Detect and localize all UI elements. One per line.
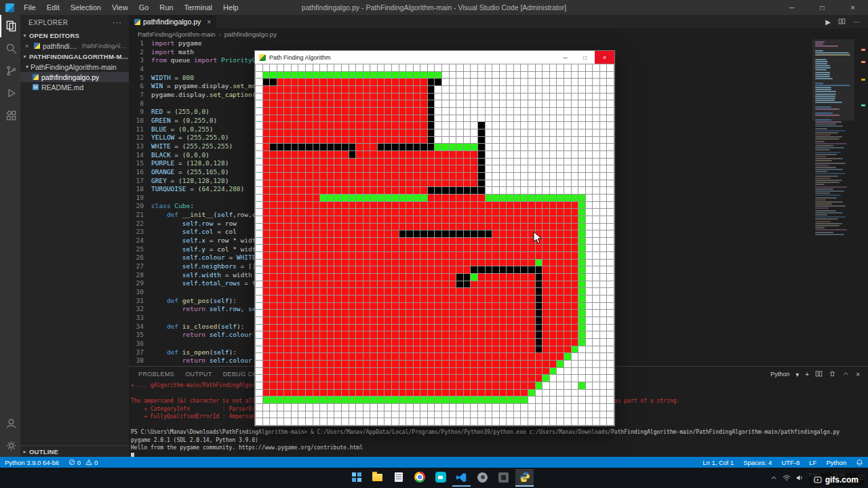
grid-cell[interactable] — [456, 245, 463, 251]
grid-cell[interactable] — [256, 94, 262, 100]
grid-cell[interactable] — [536, 331, 542, 338]
grid-cell[interactable] — [600, 209, 607, 216]
grid-cell[interactable] — [334, 346, 341, 353]
grid-cell[interactable] — [578, 165, 585, 172]
grid-cell[interactable] — [557, 79, 564, 85]
grid-cell[interactable] — [557, 151, 564, 158]
grid-cell[interactable] — [406, 151, 413, 158]
grid-cell[interactable] — [507, 266, 513, 273]
grid-cell[interactable] — [349, 129, 356, 136]
grid-cell[interactable] — [384, 260, 391, 266]
grid-cell[interactable] — [500, 151, 507, 158]
grid-cell[interactable] — [586, 216, 593, 223]
grid-cell[interactable] — [500, 396, 507, 403]
grid-cell[interactable] — [586, 173, 593, 180]
grid-cell[interactable] — [557, 245, 564, 251]
grid-cell[interactable] — [572, 310, 578, 317]
grid-cell[interactable] — [578, 224, 585, 230]
grid-cell[interactable] — [277, 187, 284, 194]
grid-cell[interactable] — [607, 396, 614, 403]
grid-cell[interactable] — [428, 238, 435, 245]
grid-cell[interactable] — [349, 230, 356, 237]
grid-cell[interactable] — [600, 202, 607, 209]
grid-cell[interactable] — [507, 310, 513, 317]
grid-cell[interactable] — [356, 187, 363, 194]
grid-cell[interactable] — [270, 137, 277, 144]
grid-cell[interactable] — [263, 260, 270, 266]
grid-cell[interactable] — [298, 216, 305, 223]
taskbar-app-dark[interactable] — [494, 469, 513, 487]
grid-cell[interactable] — [586, 64, 593, 71]
grid-cell[interactable] — [450, 151, 456, 158]
grid-cell[interactable] — [370, 346, 377, 353]
grid-cell[interactable] — [414, 122, 420, 129]
grid-cell[interactable] — [564, 137, 571, 144]
grid-cell[interactable] — [334, 94, 341, 100]
grid-cell[interactable] — [542, 137, 549, 144]
grid-cell[interactable] — [456, 325, 463, 331]
grid-cell[interactable] — [536, 396, 542, 403]
grid-cell[interactable] — [349, 368, 356, 375]
grid-cell[interactable] — [392, 418, 399, 425]
grid-cell[interactable] — [607, 281, 614, 288]
grid-cell[interactable] — [277, 361, 284, 367]
grid-cell[interactable] — [564, 325, 571, 331]
grid-cell[interactable] — [564, 202, 571, 209]
grid-cell[interactable] — [514, 64, 521, 71]
grid-cell[interactable] — [600, 375, 607, 382]
grid-cell[interactable] — [428, 209, 435, 216]
grid-cell[interactable] — [586, 390, 593, 396]
grid-cell[interactable] — [298, 404, 305, 411]
grid-cell[interactable] — [521, 404, 528, 411]
grid-cell[interactable] — [384, 173, 391, 180]
grid-cell[interactable] — [435, 288, 441, 295]
grid-cell[interactable] — [492, 230, 499, 237]
grid-cell[interactable] — [349, 159, 356, 165]
grid-cell[interactable] — [521, 245, 528, 251]
grid-cell[interactable] — [564, 144, 571, 150]
grid-cell[interactable] — [306, 274, 313, 281]
grid-cell[interactable] — [378, 230, 384, 237]
grid-cell[interactable] — [256, 122, 262, 129]
grid-cell[interactable] — [277, 137, 284, 144]
grid-cell[interactable] — [320, 94, 327, 100]
grid-cell[interactable] — [414, 115, 420, 122]
grid-cell[interactable] — [406, 382, 413, 389]
grid-cell[interactable] — [263, 165, 270, 172]
grid-cell[interactable] — [428, 303, 435, 310]
grid-cell[interactable] — [384, 230, 391, 237]
grid-cell[interactable] — [586, 303, 593, 310]
grid-cell[interactable] — [536, 202, 542, 209]
grid-cell[interactable] — [306, 375, 313, 382]
grid-cell[interactable] — [471, 390, 477, 396]
grid-cell[interactable] — [420, 274, 427, 281]
grid-cell[interactable] — [414, 281, 420, 288]
grid-cell[interactable] — [406, 310, 413, 317]
grid-cell[interactable] — [564, 368, 571, 375]
grid-cell[interactable] — [420, 404, 427, 411]
grid-cell[interactable] — [450, 260, 456, 266]
grid-cell[interactable] — [306, 281, 313, 288]
grid-cell[interactable] — [593, 296, 599, 302]
grid-cell[interactable] — [263, 411, 270, 418]
grid-cell[interactable] — [384, 390, 391, 396]
grid-cell[interactable] — [557, 159, 564, 165]
grid-cell[interactable] — [406, 122, 413, 129]
grid-cell[interactable] — [442, 144, 449, 150]
grid-cell[interactable] — [320, 100, 327, 107]
grid-cell[interactable] — [392, 64, 399, 71]
grid-cell[interactable] — [263, 390, 270, 396]
grid-cell[interactable] — [586, 281, 593, 288]
kill-terminal-icon[interactable] — [829, 370, 836, 379]
grid-cell[interactable] — [572, 252, 578, 259]
grid-cell[interactable] — [256, 173, 262, 180]
grid-cell[interactable] — [384, 122, 391, 129]
grid-cell[interactable] — [334, 288, 341, 295]
grid-cell[interactable] — [464, 202, 471, 209]
grid-cell[interactable] — [256, 86, 262, 93]
grid-cell[interactable] — [471, 86, 477, 93]
grid-cell[interactable] — [572, 159, 578, 165]
grid-cell[interactable] — [564, 86, 571, 93]
grid-cell[interactable] — [557, 224, 564, 230]
grid-cell[interactable] — [270, 195, 277, 201]
